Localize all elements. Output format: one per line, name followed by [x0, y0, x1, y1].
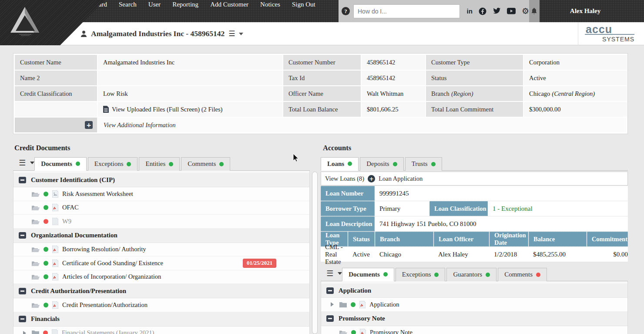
nav-item[interactable]: Notices — [260, 1, 280, 8]
collapse-group-icon[interactable] — [19, 232, 26, 239]
group-label[interactable]: Credit Authorization/Presentation — [31, 287, 126, 295]
nav-item[interactable]: Search — [119, 1, 137, 8]
folder-icon[interactable] — [32, 219, 40, 224]
loan-application-link[interactable]: Loan Application — [379, 175, 423, 182]
folder-icon[interactable] — [32, 330, 39, 334]
tree-scrollbar[interactable] — [312, 172, 318, 334]
document-label[interactable]: Credit Presentation/Authorization — [62, 301, 148, 309]
nav-item[interactable]: Add Customer — [210, 1, 248, 8]
youtube-icon[interactable] — [507, 8, 516, 14]
collapse-group-icon[interactable] — [19, 177, 26, 183]
document-label[interactable]: Articles of Incorporation/ Organization — [62, 273, 161, 280]
customer-menu-icon[interactable]: ☰ — [228, 30, 235, 37]
collapse-group-icon[interactable] — [19, 288, 26, 294]
tab[interactable]: Comments — [498, 268, 547, 281]
group-label[interactable]: Customer Identification (CIP) — [31, 176, 115, 184]
view-additional-information-link[interactable]: View Additional Information — [97, 118, 626, 132]
info-value: Walt Whitman — [362, 86, 425, 101]
tab-label: Deposits — [366, 160, 389, 168]
document-label[interactable]: OFAC — [62, 204, 79, 211]
file-icon[interactable] — [360, 329, 366, 334]
tab-label: Documents — [41, 160, 72, 168]
tab-label: Documents — [349, 271, 380, 278]
brand-logo-bottom: SYSTEMS — [602, 36, 634, 43]
list-menu-icon[interactable]: ☰ — [19, 159, 26, 167]
group-label[interactable]: Organizational Documentation — [31, 232, 117, 239]
group-label[interactable]: Financials — [31, 315, 60, 323]
add-loan-icon[interactable]: + — [368, 175, 375, 182]
group-label[interactable]: Application — [339, 287, 371, 294]
collapse-group-icon[interactable] — [19, 316, 26, 322]
document-label[interactable]: Application — [369, 301, 399, 308]
tab[interactable]: Documents — [34, 157, 87, 171]
folder-icon[interactable] — [32, 191, 40, 197]
status-dot — [44, 303, 48, 307]
notifications-icon[interactable] — [529, 0, 540, 22]
file-icon[interactable] — [52, 190, 58, 198]
nav-item[interactable]: User — [148, 1, 161, 8]
expand-caret-icon[interactable] — [23, 331, 26, 334]
file-icon[interactable] — [52, 273, 58, 280]
folder-icon[interactable] — [339, 302, 347, 307]
folder-icon[interactable] — [32, 302, 40, 308]
info-label: Customer Type — [426, 55, 523, 70]
tab[interactable]: Guarantors — [446, 268, 496, 281]
list-menu-icon[interactable]: ☰ — [326, 270, 333, 277]
file-icon[interactable] — [52, 246, 58, 253]
customer-info-footer: + View Additional Information — [15, 118, 626, 132]
file-icon[interactable] — [359, 301, 366, 308]
search-input[interactable] — [353, 4, 460, 18]
chevron-down-icon[interactable] — [239, 33, 243, 35]
tree-row: W9 — [13, 215, 309, 229]
user-menu[interactable]: Alex Haley — [540, 0, 644, 22]
document-label[interactable]: Risk Assessment Worksheet — [62, 190, 133, 198]
folder-icon[interactable] — [339, 330, 347, 334]
expand-plus-icon[interactable]: + — [85, 121, 93, 129]
file-icon[interactable] — [52, 260, 58, 267]
folder-icon[interactable] — [32, 246, 40, 252]
document-label[interactable]: Financial Statements (January 2021) — [62, 329, 154, 334]
file-icon[interactable] — [52, 301, 58, 309]
linkedin-icon[interactable]: in — [467, 7, 473, 15]
tree-row: Promissory Note — [321, 312, 627, 326]
folder-icon[interactable] — [32, 274, 40, 280]
tab[interactable]: Deposits — [360, 157, 404, 171]
tab[interactable]: Trusts — [405, 157, 442, 171]
loan-column-header: Status — [348, 232, 375, 246]
chevron-down-icon[interactable] — [30, 162, 34, 164]
help-icon[interactable]: ? — [342, 7, 350, 15]
loan-number-value: 999991245 — [375, 186, 628, 201]
collapse-group-icon[interactable] — [326, 287, 334, 294]
document-label[interactable]: Promissory Note — [370, 329, 413, 334]
twitter-icon[interactable] — [493, 7, 501, 15]
document-icon[interactable] — [103, 106, 109, 113]
nav-item[interactable]: Reporting — [172, 1, 198, 8]
settings-icon[interactable]: ⚙ — [522, 7, 529, 15]
info-label: Credit Classification — [15, 86, 97, 101]
group-label[interactable]: Promissory Note — [339, 315, 385, 322]
accounts-title: Accounts — [323, 144, 351, 152]
tab[interactable]: Exceptions — [396, 268, 446, 281]
tab[interactable]: Documents — [342, 268, 394, 281]
tree-row: Customer Identification (CIP) — [13, 173, 309, 187]
nav-item[interactable]: Sign Out — [292, 1, 315, 8]
view-loans-link[interactable]: View Loans (8) — [325, 175, 364, 182]
document-label[interactable]: Borrowing Resolution/ Authority — [62, 246, 146, 253]
file-icon[interactable] — [52, 329, 58, 334]
expand-caret-icon[interactable] — [331, 302, 334, 307]
tab[interactable]: Exceptions — [88, 157, 138, 171]
tab[interactable]: Entities — [139, 157, 180, 171]
chevron-down-icon[interactable] — [338, 272, 342, 275]
folder-icon[interactable] — [32, 260, 40, 266]
customer-title[interactable]: Amalgamated Industries Inc - 458965142 — [91, 29, 225, 38]
tab[interactable]: Loans — [321, 157, 359, 171]
file-icon[interactable] — [52, 218, 58, 225]
app-logo-icon[interactable] — [10, 6, 40, 36]
collapse-group-icon[interactable] — [326, 315, 334, 322]
document-label[interactable]: W9 — [62, 218, 71, 225]
folder-icon[interactable] — [32, 205, 40, 210]
document-label[interactable]: Certificate of Good Standing/ Existence — [62, 260, 163, 267]
tab[interactable]: Comments — [181, 157, 230, 171]
file-icon[interactable] — [52, 204, 58, 211]
facebook-icon[interactable] — [479, 7, 486, 15]
